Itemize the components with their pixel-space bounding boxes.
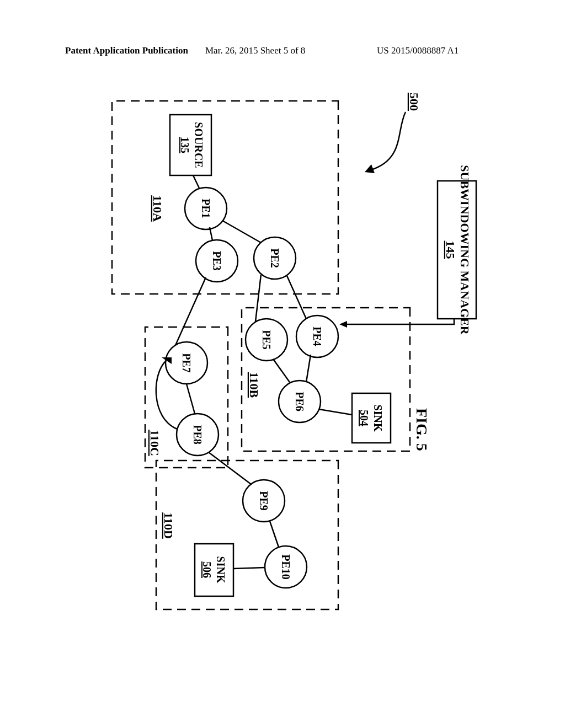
group-a-label: 110A bbox=[151, 195, 164, 222]
sink504-ref: 504 bbox=[358, 410, 370, 426]
manager-ref: 145 bbox=[444, 241, 457, 259]
group-d-label: 110D bbox=[162, 512, 175, 539]
svg-line-29 bbox=[186, 384, 195, 414]
svg-line-24 bbox=[255, 275, 261, 322]
figure-diagram: SUBWINDOWING MANAGER 145 500 110A SOURCE… bbox=[0, 76, 482, 484]
pe8-label: PE8 bbox=[191, 425, 204, 445]
page: Patent Application Publication Mar. 26, … bbox=[0, 0, 565, 728]
pe9-label: PE9 bbox=[258, 491, 270, 511]
source-label: SOURCE bbox=[193, 122, 205, 168]
header-publication: Patent Application Publication bbox=[65, 45, 188, 56]
svg-line-27 bbox=[273, 359, 290, 382]
pe4-label: PE4 bbox=[311, 326, 323, 346]
pe2-label: PE2 bbox=[269, 248, 281, 268]
group-c-label: 110C bbox=[148, 430, 162, 456]
pe3-label: PE3 bbox=[211, 251, 223, 271]
svg-line-33 bbox=[233, 568, 265, 569]
sink504-label: SINK bbox=[372, 405, 384, 432]
pe5-label: PE5 bbox=[260, 330, 273, 350]
source-ref: 135 bbox=[179, 137, 191, 153]
header-date-sheet: Mar. 26, 2015 Sheet 5 of 8 bbox=[205, 45, 305, 56]
sink506-label: SINK bbox=[215, 556, 227, 584]
svg-marker-1 bbox=[339, 321, 347, 328]
pe6-label: PE6 bbox=[294, 392, 306, 411]
svg-line-25 bbox=[175, 277, 206, 345]
svg-line-26 bbox=[306, 355, 311, 382]
svg-rect-16 bbox=[156, 461, 338, 609]
manager-label: SUBWINDOWING MANAGER bbox=[458, 165, 472, 335]
svg-line-32 bbox=[270, 521, 279, 547]
sink506-ref: 506 bbox=[201, 561, 213, 578]
svg-line-31 bbox=[209, 452, 251, 484]
svg-line-20 bbox=[193, 175, 199, 188]
figure-label: FIG. 5 bbox=[413, 408, 430, 451]
svg-line-28 bbox=[319, 409, 352, 415]
pe1-label: PE1 bbox=[200, 199, 212, 218]
pe7-label: PE7 bbox=[180, 353, 193, 373]
svg-line-23 bbox=[287, 276, 306, 319]
group-b-label: 110B bbox=[247, 372, 261, 398]
header-pubnumber: US 2015/0088887 A1 bbox=[377, 45, 459, 56]
pe10-label: PE10 bbox=[280, 554, 292, 580]
svg-line-21 bbox=[222, 221, 261, 243]
diagram-number: 500 bbox=[407, 93, 421, 111]
